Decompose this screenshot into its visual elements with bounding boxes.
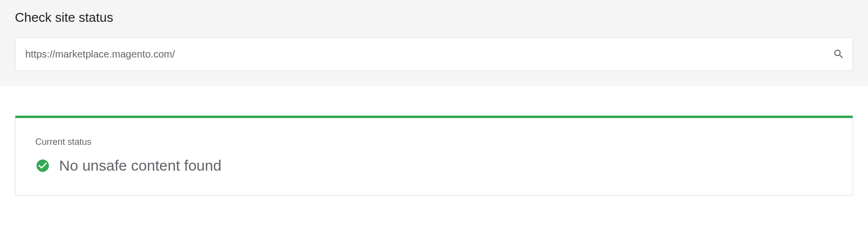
status-row: No unsafe content found bbox=[35, 158, 833, 173]
search-box bbox=[15, 37, 853, 71]
status-card: Current status No unsafe content found bbox=[15, 116, 853, 195]
status-message: No unsafe content found bbox=[59, 158, 221, 173]
search-icon[interactable] bbox=[833, 48, 845, 60]
check-circle-icon bbox=[35, 158, 50, 173]
status-label: Current status bbox=[35, 137, 833, 147]
page-title: Check site status bbox=[15, 10, 853, 25]
result-area: Current status No unsafe content found bbox=[0, 86, 868, 210]
url-input[interactable] bbox=[23, 45, 833, 64]
search-panel: Check site status bbox=[0, 0, 868, 86]
